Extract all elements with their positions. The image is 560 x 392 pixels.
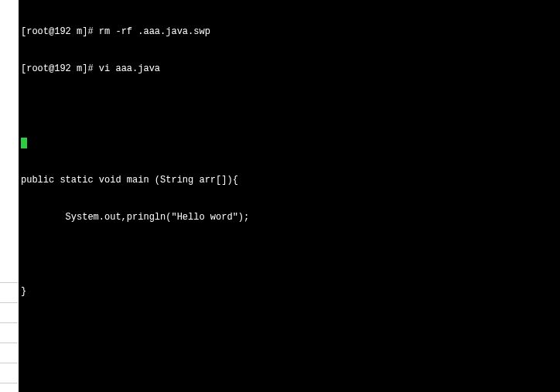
gutter-row [0,263,18,283]
shell-line: [root@192 m]# vi aaa.java [21,63,558,75]
gutter-row [0,363,18,383]
terminal-viewport[interactable]: [root@192 m]# rm -rf .aaa.java.swp [root… [19,0,560,392]
gutter-row [0,303,18,323]
code-line: public static void main (String arr[]){ [21,174,558,186]
gutter-row [0,343,18,363]
blank-line [21,248,558,261]
shell-line: [root@192 m]# rm -rf .aaa.java.swp [21,26,558,38]
shell-prompt: [root@192 m]# [21,26,94,37]
gutter-spacer [0,0,18,263]
code-line: System.out,pringln("Hello word"); [21,211,558,223]
blank-line [21,360,558,372]
cursor-block [21,138,27,148]
gutter-row [0,323,18,343]
blank-line [21,100,558,112]
gutter-row [0,283,18,303]
left-gutter [0,0,19,392]
blank-line [21,322,558,335]
shell-command: rm -rf .aaa.java.swp [94,26,210,37]
code-line: } [21,285,558,298]
shell-command: vi aaa.java [94,63,160,74]
editor-cursor-line [21,137,558,149]
shell-prompt: [root@192 m]# [21,63,94,74]
